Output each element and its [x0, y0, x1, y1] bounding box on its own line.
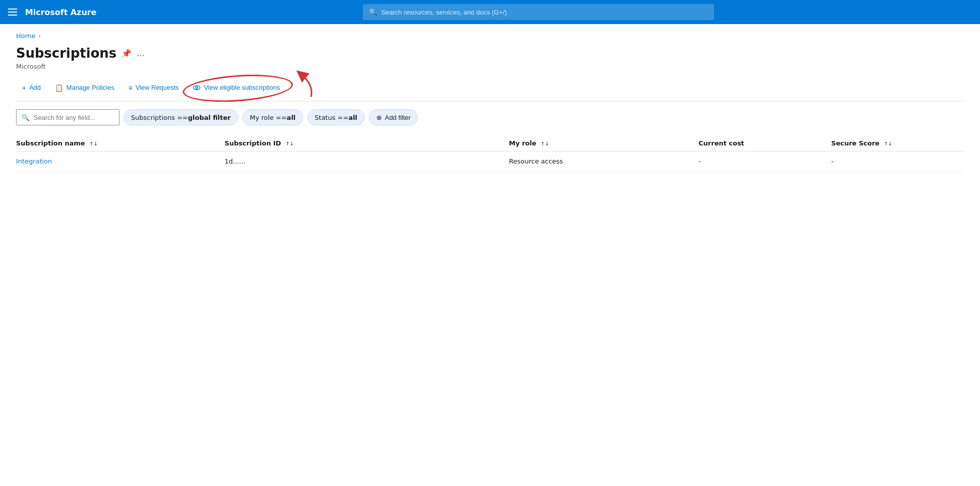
policies-icon: 📋	[55, 84, 63, 92]
pin-icon[interactable]: 📌	[121, 49, 131, 58]
hamburger-menu[interactable]	[8, 9, 17, 16]
page-header: Subscriptions 📌 …	[16, 46, 964, 61]
add-filter-button[interactable]: ⊕ Add filter	[369, 109, 418, 125]
view-requests-label: View Requests	[135, 84, 179, 91]
col-header-cost: Current cost	[698, 135, 831, 151]
view-eligible-button[interactable]: View eligible subscriptions	[187, 80, 286, 95]
chip1-value: global filter	[188, 114, 230, 121]
chip2-value: all	[287, 114, 296, 121]
search-icon: 🔍	[369, 8, 377, 16]
col-header-id[interactable]: Subscription ID ↑↓	[225, 135, 509, 151]
table-row: Integration 1d...... Resource access - -	[16, 151, 964, 172]
chip1-prefix: Subscriptions ==	[131, 114, 188, 121]
filter-bar: 🔍 Subscriptions == global filter My role…	[16, 109, 964, 125]
search-field-input[interactable]	[34, 114, 114, 121]
app-title: Microsoft Azure	[25, 8, 96, 17]
eye-icon	[193, 83, 201, 92]
cell-cost: -	[698, 151, 831, 172]
cell-score: -	[831, 151, 964, 172]
chip3-value: all	[348, 114, 357, 121]
toolbar: + Add 📋 Manage Policies ≡ View Requests …	[16, 80, 964, 101]
topbar: Microsoft Azure 🔍	[0, 0, 980, 24]
page-title: Subscriptions	[16, 46, 116, 61]
cell-id: 1d......	[225, 151, 509, 172]
view-eligible-label: View eligible subscriptions	[204, 84, 280, 91]
breadcrumb: Home ›	[16, 32, 964, 40]
svg-point-1	[196, 87, 198, 89]
col-header-score[interactable]: Secure Score ↑↓	[831, 135, 964, 151]
subscription-name-link[interactable]: Integration	[16, 157, 52, 165]
add-icon: +	[22, 84, 26, 92]
cell-name: Integration	[16, 151, 225, 172]
sort-icon-id: ↑↓	[286, 141, 294, 146]
manage-policies-label: Manage Policies	[66, 84, 114, 91]
page-subtitle: Microsoft	[16, 63, 964, 70]
field-search[interactable]: 🔍	[16, 109, 119, 125]
search-input[interactable]	[381, 9, 708, 16]
more-options-icon[interactable]: …	[136, 49, 145, 58]
sort-icon-score: ↑↓	[884, 141, 892, 146]
search-icon: 🔍	[22, 114, 30, 121]
cell-role: Resource access	[509, 151, 698, 172]
add-filter-label: Add filter	[385, 114, 410, 121]
global-search[interactable]: 🔍	[363, 4, 714, 20]
sort-icon-role: ↑↓	[540, 141, 549, 146]
view-requests-button[interactable]: ≡ View Requests	[122, 81, 185, 95]
breadcrumb-home[interactable]: Home	[16, 32, 35, 40]
col-header-name[interactable]: Subscription name ↑↓	[16, 135, 225, 151]
requests-icon: ≡	[128, 84, 132, 92]
manage-policies-button[interactable]: 📋 Manage Policies	[49, 81, 120, 95]
add-label: Add	[29, 84, 41, 91]
chip3-prefix: Status ==	[315, 114, 348, 121]
col-header-role[interactable]: My role ↑↓	[509, 135, 698, 151]
add-filter-icon: ⊕	[376, 114, 382, 121]
breadcrumb-separator: ›	[38, 33, 41, 40]
add-button[interactable]: + Add	[16, 81, 47, 95]
sort-icon-name: ↑↓	[89, 141, 98, 146]
subscriptions-table: Subscription name ↑↓ Subscription ID ↑↓ …	[16, 135, 964, 172]
main-content: Home › Subscriptions 📌 … Microsoft + Add…	[0, 24, 980, 180]
view-eligible-wrapper: View eligible subscriptions	[187, 80, 286, 95]
table-header-row: Subscription name ↑↓ Subscription ID ↑↓ …	[16, 135, 964, 151]
status-filter-chip[interactable]: Status == all	[307, 109, 365, 125]
subscriptions-filter-chip[interactable]: Subscriptions == global filter	[123, 109, 238, 125]
chip2-prefix: My role ==	[250, 114, 287, 121]
svg-point-0	[194, 86, 200, 90]
myrole-filter-chip[interactable]: My role == all	[242, 109, 303, 125]
